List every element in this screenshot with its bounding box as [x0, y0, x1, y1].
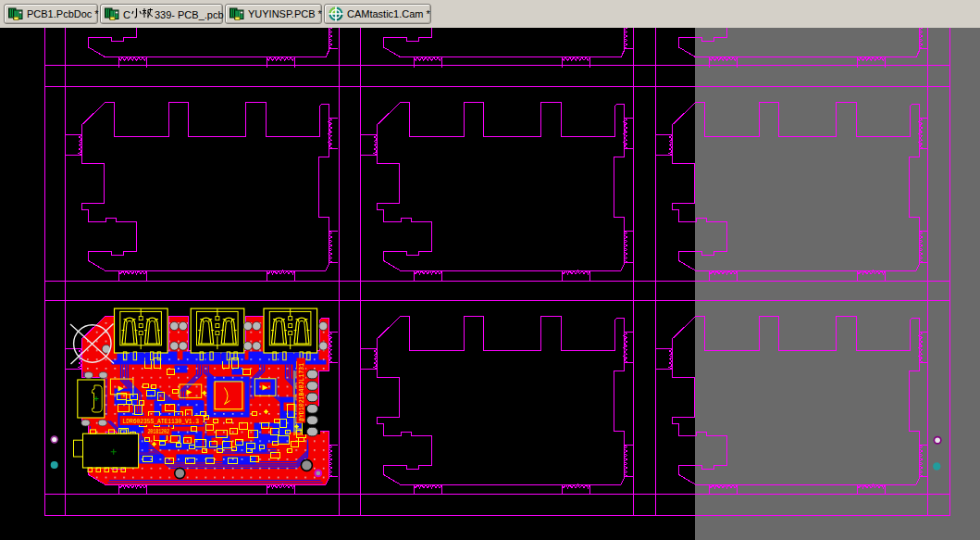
- svg-text:LDR60235S_ATE1130_V1.3: LDR60235S_ATE1130_V1.3: [122, 417, 199, 425]
- svg-text:20181202: 20181202: [147, 428, 169, 435]
- svg-text:@YD1021B40JL1731: @YD1021B40JL1731: [299, 363, 305, 421]
